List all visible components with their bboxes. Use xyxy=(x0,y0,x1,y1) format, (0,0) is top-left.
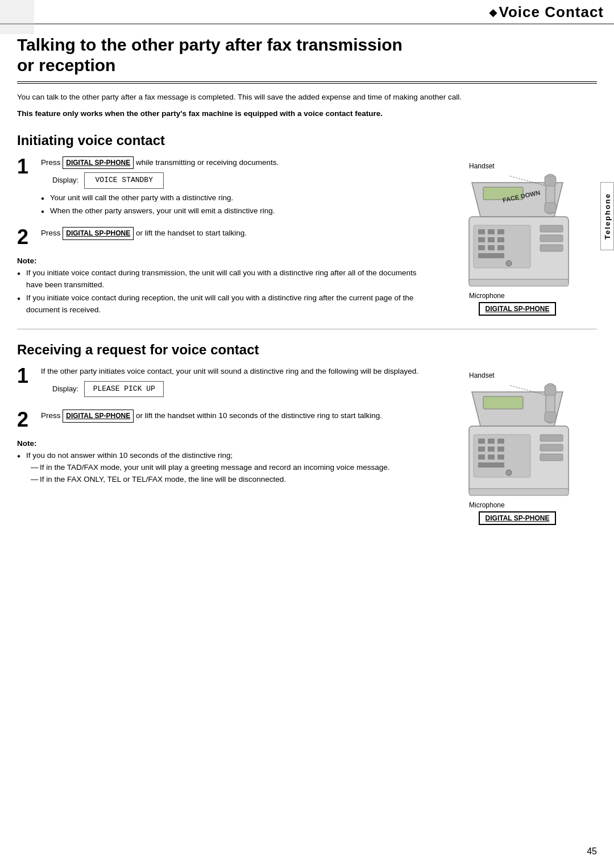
header-bullet: ❖ xyxy=(488,8,498,19)
list-item: If you do not answer within 10 seconds o… xyxy=(17,450,426,486)
section1-digital-sp-phone-box: DIGITAL SP-PHONE xyxy=(479,302,557,316)
section1-fax-svg-wrapper: Handset xyxy=(452,162,583,316)
section2-step1-display-value: PLEASE PICK UP xyxy=(84,381,164,397)
section1-step1-display: Display: VOICE STANDBY xyxy=(52,172,426,188)
section1-step1-body: Press DIGITAL SP-PHONE while transmittin… xyxy=(41,156,426,218)
svg-rect-28 xyxy=(478,439,485,444)
svg-rect-6 xyxy=(497,229,504,234)
section2-step1-display: Display: PLEASE PICK UP xyxy=(52,381,426,397)
page-number: 45 xyxy=(587,846,597,857)
section1-step2-button: DIGITAL SP-PHONE xyxy=(63,227,134,240)
svg-rect-30 xyxy=(497,439,504,444)
svg-rect-7 xyxy=(478,237,485,242)
section2-handset-label: Handset xyxy=(469,371,495,379)
page-header: ❖Voice Contact xyxy=(0,0,614,24)
svg-rect-10 xyxy=(478,245,485,250)
intro-normal: You can talk to the other party after a … xyxy=(17,92,597,104)
section1-step1-bullets: Your unit will call the other party with… xyxy=(41,192,426,217)
section2-step2-button: DIGITAL SP-PHONE xyxy=(63,410,134,423)
section2-steps: 1 If the other party initiates voice con… xyxy=(17,366,426,525)
section2-content: 1 If the other party initiates voice con… xyxy=(17,366,597,525)
svg-rect-13 xyxy=(478,253,504,258)
svg-rect-8 xyxy=(488,237,495,242)
section1-step1-number: 1 xyxy=(17,156,34,177)
section2-digital-sp-phone-box: DIGITAL SP-PHONE xyxy=(479,511,557,525)
section2-note-title: Note: xyxy=(17,439,426,448)
section1-step1-display-label: Display: xyxy=(52,175,78,186)
section2-step2: 2 Press DIGITAL SP-PHONE or lift the han… xyxy=(17,410,426,430)
svg-rect-44 xyxy=(545,412,556,422)
section1-step2-number: 2 xyxy=(17,227,34,247)
list-item: Your unit will call the other party with… xyxy=(41,192,426,204)
section1-step2-text-after: or lift the handset to start talking. xyxy=(134,229,247,237)
main-content: Talking to the other party after fax tra… xyxy=(0,24,614,542)
sidebar-telephone-label: Telephone xyxy=(600,182,614,250)
section2-step1-text: If the other party initiates voice conta… xyxy=(41,367,418,375)
svg-rect-37 xyxy=(478,462,504,468)
section2-note-dash2: If in the FAX ONLY, TEL or TEL/FAX mode,… xyxy=(26,474,426,486)
section2-fax-image: Handset xyxy=(438,366,597,525)
svg-rect-4 xyxy=(478,229,485,234)
section1-step1-text-before: Press xyxy=(41,158,63,167)
svg-rect-11 xyxy=(488,245,495,250)
svg-rect-33 xyxy=(497,447,504,452)
svg-rect-17 xyxy=(469,279,569,286)
section1-note: Note: If you initiate voice contact duri… xyxy=(17,257,426,316)
section2-note-bullets: If you do not answer within 10 seconds o… xyxy=(17,450,426,486)
section2-heading: Receiving a request for voice contact xyxy=(17,342,597,358)
page-title: Talking to the other party after fax tra… xyxy=(17,24,597,84)
section1-step2: 2 Press DIGITAL SP-PHONE or lift the han… xyxy=(17,227,426,247)
svg-rect-20 xyxy=(545,202,556,213)
section2-note: Note: If you do not answer within 10 sec… xyxy=(17,439,426,486)
section1-microphone-label: Microphone xyxy=(469,292,505,300)
section1-step1-text-after: while transmitting or receiving document… xyxy=(134,158,279,167)
section1-fax-image: Handset xyxy=(438,156,597,317)
section2-note-dash1: If in the TAD/FAX mode, your unit will p… xyxy=(26,462,426,474)
svg-rect-29 xyxy=(488,439,495,444)
section2-step1: 1 If the other party initiates voice con… xyxy=(17,366,426,400)
section1-step2-body: Press DIGITAL SP-PHONE or lift the hands… xyxy=(41,227,426,240)
list-item: If you initiate voice contact during tra… xyxy=(17,267,426,291)
section1-heading: Initiating voice contact xyxy=(17,133,597,148)
svg-rect-38 xyxy=(540,435,563,441)
svg-rect-19 xyxy=(545,176,556,186)
section2-step2-text-after: or lift the handset within 10 seconds of… xyxy=(134,411,382,420)
section1-step1-display-value: VOICE STANDBY xyxy=(84,172,164,188)
svg-rect-36 xyxy=(497,454,504,460)
section2-fax-svg-wrapper: Handset xyxy=(452,371,583,525)
svg-rect-16 xyxy=(540,245,563,251)
svg-rect-15 xyxy=(540,235,563,242)
section1-handset-label: Handset xyxy=(469,162,495,170)
list-item: If you initiate voice contact during rec… xyxy=(17,292,426,316)
section2-step2-body: Press DIGITAL SP-PHONE or lift the hands… xyxy=(41,410,426,423)
svg-rect-14 xyxy=(540,225,563,232)
section1-step2-text-before: Press xyxy=(41,229,63,237)
svg-point-46 xyxy=(506,470,512,476)
svg-rect-43 xyxy=(545,385,556,395)
intro-bold: This feature only works when the other p… xyxy=(17,108,597,120)
svg-rect-5 xyxy=(488,229,495,234)
list-item: When the other party answers, your unit … xyxy=(41,205,426,217)
svg-rect-34 xyxy=(478,454,485,460)
section1-fax-svg: FACE DOWN xyxy=(452,171,583,291)
section2-step2-number: 2 xyxy=(17,410,34,430)
section1-step1-button: DIGITAL SP-PHONE xyxy=(63,156,134,170)
section1-content: 1 Press DIGITAL SP-PHONE while transmitt… xyxy=(17,156,597,317)
section1-step1: 1 Press DIGITAL SP-PHONE while transmitt… xyxy=(17,156,426,218)
svg-rect-12 xyxy=(497,245,504,250)
svg-rect-31 xyxy=(478,447,485,452)
header-decoration xyxy=(0,0,34,34)
section-divider xyxy=(17,329,597,329)
section2-fax-svg xyxy=(452,381,583,500)
page-header-title: ❖Voice Contact xyxy=(488,3,604,21)
svg-rect-41 xyxy=(469,489,569,495)
svg-rect-40 xyxy=(540,454,563,461)
svg-rect-32 xyxy=(488,447,495,452)
svg-rect-35 xyxy=(488,454,495,460)
section2-step1-body: If the other party initiates voice conta… xyxy=(41,366,426,400)
svg-rect-39 xyxy=(540,444,563,451)
section2-microphone-label: Microphone xyxy=(469,501,505,509)
svg-rect-9 xyxy=(497,237,504,242)
section1-note-bullets: If you initiate voice contact during tra… xyxy=(17,267,426,316)
svg-rect-26 xyxy=(483,396,523,409)
